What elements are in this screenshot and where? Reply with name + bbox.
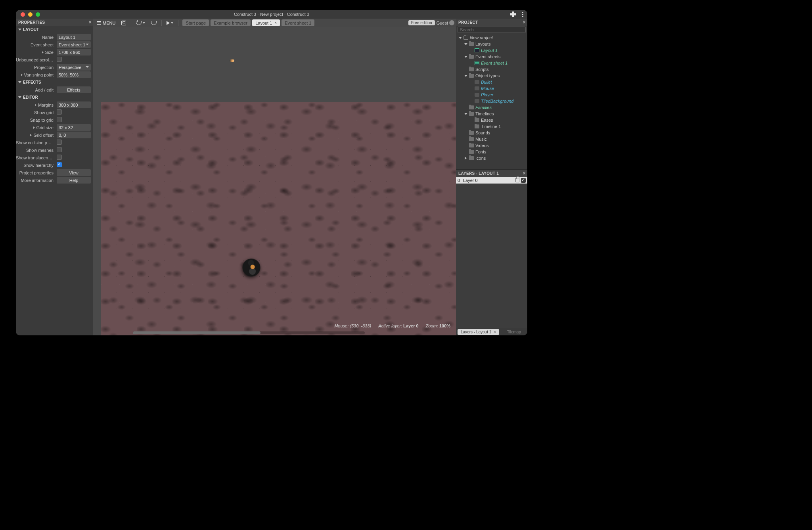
status-bar: Mouse: (530, -333) Active layer: Layer 0… xyxy=(334,323,450,328)
editor-center: MENU Start page Example browser Layout 1… xyxy=(93,19,456,335)
prop-vanishing-input[interactable] xyxy=(57,71,91,78)
more-menu-icon[interactable] xyxy=(522,11,523,17)
play-button[interactable] xyxy=(164,19,176,26)
tree-icons[interactable]: Icons xyxy=(456,155,526,161)
extensions-icon[interactable] xyxy=(510,11,516,17)
prop-eventsheet-select[interactable]: Event sheet 1 xyxy=(57,41,91,48)
tree-obj-mouse[interactable]: Mouse xyxy=(456,85,526,92)
prop-collision-checkbox[interactable] xyxy=(57,140,62,145)
tree-layouts[interactable]: Layouts xyxy=(456,41,526,47)
save-button[interactable] xyxy=(119,19,128,26)
tab-layers[interactable]: Layers - Layout 1× xyxy=(458,329,499,335)
tree-event-sheet-1[interactable]: Event sheet 1 xyxy=(456,60,526,66)
layout-tiled-background[interactable] xyxy=(101,102,456,335)
tree-sounds[interactable]: Sounds xyxy=(456,130,526,136)
object-bullet[interactable] xyxy=(230,59,234,62)
play-icon xyxy=(167,21,170,25)
avatar-icon xyxy=(449,20,454,25)
properties-close-icon[interactable]: × xyxy=(89,19,92,25)
properties-panel: PROPERTIES × LAYOUT Name Event sheetEven… xyxy=(16,19,93,335)
tree-root[interactable]: New project xyxy=(456,34,526,41)
save-icon xyxy=(121,21,126,25)
prop-translucent-checkbox[interactable] xyxy=(57,155,62,160)
effects-button[interactable]: Effects xyxy=(57,86,91,93)
tab-tilemap[interactable]: Tilemap xyxy=(504,329,524,335)
window-controls xyxy=(16,12,40,17)
project-tree: New project Layouts Layout 1 Event sheet… xyxy=(456,34,526,169)
close-icon[interactable]: × xyxy=(494,330,496,334)
layout-canvas[interactable]: Mouse: (530, -333) Active layer: Layer 0… xyxy=(93,27,456,335)
prop-gridsize-input[interactable] xyxy=(57,124,91,131)
project-search-input[interactable] xyxy=(458,27,526,33)
prop-hierarchy-checkbox[interactable] xyxy=(57,162,62,167)
undo-icon xyxy=(136,21,142,25)
redo-icon xyxy=(151,21,157,25)
project-close-icon[interactable]: × xyxy=(523,19,526,25)
free-edition-badge[interactable]: Free edition xyxy=(408,20,435,25)
properties-panel-title: PROPERTIES × xyxy=(16,19,93,26)
maximize-window-icon[interactable] xyxy=(36,12,40,17)
prop-meshes-checkbox[interactable] xyxy=(57,147,62,152)
titlebar: Construct 3 - New project - Construct 3 xyxy=(16,10,527,19)
project-panel: PROJECT × New project Layouts Layout 1 E… xyxy=(456,19,527,169)
prop-showgrid-checkbox[interactable] xyxy=(57,109,62,115)
editor-tabs: Start page Example browser Layout 1× Eve… xyxy=(182,19,314,26)
layer-lock-icon[interactable] xyxy=(515,178,519,182)
tree-families[interactable]: Families xyxy=(456,104,526,111)
layers-panel: LAYERS - LAYOUT 1 × 0 Layer 0 Layers - L… xyxy=(456,169,527,335)
prop-snapgrid-checkbox[interactable] xyxy=(57,117,62,122)
main-toolbar: MENU Start page Example browser Layout 1… xyxy=(93,19,456,27)
window-title: Construct 3 - New project - Construct 3 xyxy=(234,12,309,17)
close-window-icon[interactable] xyxy=(21,12,25,17)
tree-music[interactable]: Music xyxy=(456,136,526,142)
undo-button[interactable] xyxy=(134,19,147,26)
minimize-window-icon[interactable] xyxy=(28,12,33,17)
help-button[interactable]: Help xyxy=(57,177,91,184)
tree-event-sheets[interactable]: Event sheets xyxy=(456,54,526,60)
layer-visible-icon[interactable] xyxy=(521,178,526,183)
layers-close-icon[interactable]: × xyxy=(523,170,526,176)
tree-timelines[interactable]: Timelines xyxy=(456,111,526,117)
layer-row-0[interactable]: 0 Layer 0 xyxy=(456,177,527,184)
tree-layout-1[interactable]: Layout 1 xyxy=(456,47,526,54)
object-player[interactable] xyxy=(239,254,264,281)
tree-object-types[interactable]: Object types xyxy=(456,73,526,79)
prop-projection-select[interactable]: Perspective xyxy=(57,64,91,71)
tree-eases[interactable]: Eases xyxy=(456,117,526,123)
tab-event-sheet-1[interactable]: Event sheet 1 xyxy=(282,19,314,26)
prop-size-input[interactable] xyxy=(57,49,91,55)
section-layout[interactable]: LAYOUT xyxy=(16,26,93,33)
account-button[interactable]: Guest xyxy=(437,20,454,25)
redo-button[interactable] xyxy=(149,19,159,26)
tree-obj-bullet[interactable]: Bullet xyxy=(456,79,526,85)
prop-gridoffset-input[interactable] xyxy=(57,132,91,138)
tree-fonts[interactable]: Fonts xyxy=(456,149,526,155)
tree-timeline-1[interactable]: Timeline 1 xyxy=(456,123,526,130)
section-editor[interactable]: EDITOR xyxy=(16,94,93,101)
horizontal-scrollbar[interactable] xyxy=(133,331,365,334)
tree-videos[interactable]: Videos xyxy=(456,142,526,149)
tree-obj-player[interactable]: Player xyxy=(456,92,526,98)
prop-unbounded-checkbox[interactable] xyxy=(57,57,62,62)
section-effects[interactable]: EFFECTS xyxy=(16,78,93,86)
tab-example-browser[interactable]: Example browser xyxy=(211,19,251,26)
project-panel-title: PROJECT × xyxy=(456,19,527,26)
tree-obj-tiledbg[interactable]: TiledBackground xyxy=(456,98,526,104)
layers-panel-title: LAYERS - LAYOUT 1 × xyxy=(456,170,527,177)
tree-scripts[interactable]: Scripts xyxy=(456,66,526,73)
menu-button[interactable]: MENU xyxy=(95,19,118,26)
prop-name-input[interactable] xyxy=(57,34,91,40)
tab-layout-1[interactable]: Layout 1× xyxy=(252,19,280,26)
tab-close-icon[interactable]: × xyxy=(274,21,277,25)
tab-start-page[interactable]: Start page xyxy=(182,19,209,26)
prop-margins-input[interactable] xyxy=(57,101,91,108)
project-properties-button[interactable]: View xyxy=(57,169,91,176)
right-bottom-tabs: Layers - Layout 1× Tilemap xyxy=(456,328,527,335)
